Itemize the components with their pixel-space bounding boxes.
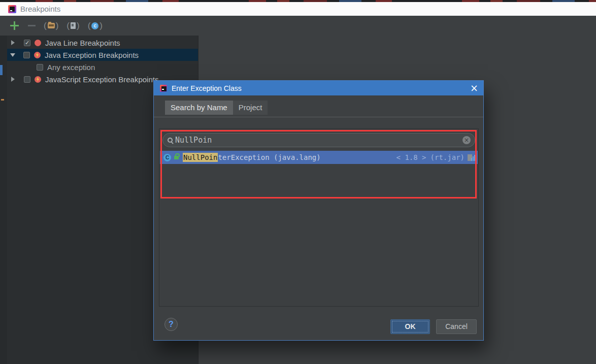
result-row-nullpointerexception[interactable]: C NullPointerException (java.lang) < 1.8… bbox=[160, 151, 478, 164]
result-jar: (rt.jar) bbox=[431, 153, 465, 161]
class-search-box[interactable]: × bbox=[162, 133, 475, 147]
tree-item-label: Any exception bbox=[47, 63, 95, 72]
tab-search-by-name[interactable]: Search by Name bbox=[165, 101, 233, 115]
breakpoints-window-titlebar: Breakpoints bbox=[0, 2, 596, 16]
checkbox-unchecked[interactable] bbox=[37, 64, 43, 71]
gutter-orange-marker bbox=[1, 99, 4, 101]
tree-row-any-exception[interactable]: Any exception bbox=[7, 61, 198, 73]
library-icon bbox=[468, 154, 475, 161]
enter-exception-class-dialog: Enter Exception Class × Search by NamePr… bbox=[153, 80, 484, 341]
breakpoints-toolbar: () () (c) bbox=[0, 16, 596, 36]
dialog-tabs: Search by NameProject bbox=[154, 95, 483, 115]
search-icon bbox=[168, 138, 173, 143]
chevron-right-icon[interactable] bbox=[11, 77, 15, 82]
match-highlight: NullPoin bbox=[183, 153, 218, 162]
search-input[interactable] bbox=[175, 136, 462, 145]
checkbox-checked[interactable]: ✓ bbox=[24, 40, 30, 46]
class-circle-icon: c bbox=[91, 22, 98, 29]
dialog-titlebar[interactable]: Enter Exception Class × bbox=[154, 81, 483, 95]
ok-button[interactable]: OK bbox=[390, 319, 430, 334]
folder-icon bbox=[48, 23, 55, 28]
group-by-package-button[interactable]: () bbox=[67, 21, 79, 31]
tab-project[interactable]: Project bbox=[233, 101, 268, 115]
cancel-button[interactable]: Cancel bbox=[436, 319, 477, 334]
line-breakpoint-icon bbox=[35, 40, 41, 46]
chevron-down-icon[interactable] bbox=[10, 53, 15, 57]
intellij-logo-icon bbox=[160, 85, 167, 92]
tree-row-java-exception-breakpoints[interactable]: Java Exception Breakpoints bbox=[7, 49, 198, 61]
checkbox-unchecked[interactable] bbox=[23, 52, 30, 58]
remove-breakpoint-icon[interactable] bbox=[28, 25, 36, 26]
group-by-class-button[interactable]: (c) bbox=[88, 21, 103, 31]
checkbox-unchecked[interactable] bbox=[24, 76, 30, 83]
clear-search-icon[interactable]: × bbox=[462, 136, 471, 144]
tree-item-label: Java Exception Breakpoints bbox=[45, 51, 139, 59]
exception-breakpoint-icon bbox=[34, 52, 41, 58]
tree-row-java-line-breakpoints[interactable]: ✓ Java Line Breakpoints bbox=[7, 37, 198, 49]
group-by-file-button[interactable]: () bbox=[44, 21, 58, 31]
chevron-right-icon[interactable] bbox=[11, 40, 15, 45]
file-icon bbox=[71, 22, 76, 29]
search-results-panel: × C NullPointerException (java.lang) < 1… bbox=[159, 128, 479, 307]
tree-item-label: JavaScript Exception Breakpoints bbox=[45, 75, 158, 84]
result-rest-text: terException (java.lang) bbox=[218, 153, 320, 161]
editor-gutter-strip bbox=[0, 36, 7, 364]
class-icon: C bbox=[163, 154, 171, 161]
exception-breakpoint-icon bbox=[35, 76, 41, 83]
tabs-underline bbox=[154, 117, 483, 117]
window-title: Breakpoints bbox=[20, 5, 60, 13]
result-version: < 1.8 > bbox=[396, 153, 426, 161]
help-button[interactable]: ? bbox=[164, 318, 178, 331]
public-modifier-icon bbox=[174, 156, 179, 159]
dialog-title: Enter Exception Class bbox=[172, 84, 242, 92]
gutter-blue-marker bbox=[0, 65, 3, 75]
add-breakpoint-icon[interactable] bbox=[10, 21, 19, 30]
tree-item-label: Java Line Breakpoints bbox=[45, 39, 120, 47]
intellij-logo-icon bbox=[8, 5, 16, 13]
close-icon[interactable]: × bbox=[470, 83, 478, 93]
